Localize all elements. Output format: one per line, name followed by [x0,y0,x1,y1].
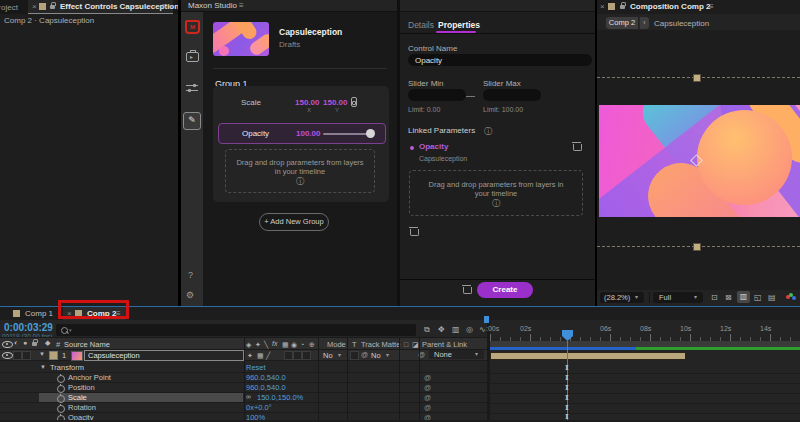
property-pickwhip-icon[interactable]: @ [424,404,431,411]
transparency-grid-icon[interactable]: ⊠ [725,293,732,302]
opacity-param-row[interactable]: Opacity 100.00 [218,123,386,144]
panel-menu-icon[interactable]: ≡ [162,2,167,11]
stopwatch-icon[interactable] [57,405,65,413]
keyframe-marker[interactable]: I [565,363,569,371]
panel-menu-icon[interactable]: ≡ [709,2,714,11]
layer-collapse-icon[interactable]: ✦ [247,351,253,360]
position-label[interactable]: Position [68,383,95,392]
linked-param-name[interactable]: Opacity [419,142,448,151]
controls-icon[interactable] [186,84,198,92]
transform-label[interactable]: Transform [50,363,84,372]
tab-comp-1[interactable]: Comp 1 [5,307,57,320]
layer-name-cell[interactable]: Capsuleception [84,350,244,361]
close-icon[interactable]: × [32,2,37,11]
keyframe-marker[interactable]: I [565,393,569,401]
comp-viewer[interactable] [597,30,800,290]
solo-toggle[interactable] [22,351,31,360]
channel-blue-icon[interactable] [792,296,796,300]
layer-visibility-icon[interactable] [2,352,13,359]
rotation-label[interactable]: Rotation [68,403,96,412]
keyframe-marker[interactable]: I [565,403,569,411]
layer-draft-icon[interactable]: ╱ [266,351,270,360]
preserve-transparency-toggle[interactable] [350,351,359,360]
slider-max-input[interactable] [483,89,541,101]
scale-link-icon[interactable] [351,97,357,107]
resolution-dropdown[interactable]: Full ▾ [653,292,703,303]
linked-dropzone[interactable]: Drag and drop parameters from layers in … [409,170,583,216]
tab-overflow-icon[interactable]: » [168,2,172,11]
current-timecode[interactable]: 0:00:03:29 [4,322,53,333]
scale-label[interactable]: Scale [68,393,87,402]
draft-3d-icon[interactable]: ✥ [438,325,445,334]
info-icon[interactable]: ⓘ [484,126,492,137]
opacity-slider-track[interactable] [323,133,371,135]
comp-breadcrumb[interactable]: Capsuleception [654,19,709,28]
layer-color-swatch[interactable] [49,351,58,360]
position-value[interactable]: 960.0,540.0 [246,383,286,392]
mask-visibility-icon[interactable]: ▥ [737,291,750,303]
track-matte-column-label[interactable]: Track Matte [361,340,400,349]
project-thumbnail[interactable] [213,22,269,56]
linked-param-trash-icon[interactable] [573,144,582,151]
stopwatch-icon[interactable] [57,385,65,393]
tab-project[interactable]: Project [0,3,19,12]
help-icon[interactable]: ? [188,270,193,280]
keyframe-marker[interactable]: I [565,373,569,381]
audio-toggle[interactable] [13,351,22,360]
stopwatch-icon[interactable] [57,395,65,403]
opacity-value[interactable]: 100.00 [296,129,320,138]
comp-nav-collapse-icon[interactable]: ‹ [639,17,649,29]
keyframe-marker[interactable]: I [565,412,569,420]
control-name-input[interactable] [408,54,592,66]
mode-column-label[interactable]: Mode [327,340,346,349]
selection-bottom-handle[interactable] [693,243,701,251]
layer-quality-icon[interactable]: ▦ [257,351,264,360]
parent-link-column-label[interactable]: Parent & Link [422,340,467,349]
slider-min-input[interactable] [408,89,466,101]
projects-icon[interactable]: ▸ [186,52,199,62]
lock-icon[interactable] [620,5,625,9]
source-name-column-label[interactable]: Source Name [64,340,110,349]
editor-tool-selected[interactable]: ✎ [183,112,201,130]
track-matte-dropdown[interactable]: No [371,351,381,360]
selection-top-handle[interactable] [693,74,701,82]
composition-tab-label[interactable]: Composition Comp 2 [630,2,710,11]
graph-editor-icon[interactable]: ∿ [479,325,486,334]
constrain-proportions-icon[interactable]: ∞ [246,393,251,400]
opacity-slider-knob[interactable] [366,129,375,138]
stopwatch-icon[interactable] [57,375,65,383]
matte-pickwhip-icon[interactable]: @ [361,351,368,358]
lock-icon[interactable] [50,5,55,9]
keyframe-marker[interactable]: I [565,383,569,391]
twirl-down-icon[interactable]: ▼ [40,364,46,370]
tab-effect-controls[interactable]: × Effect Controls Capsuleception ≡ [28,0,173,14]
parent-dropdown[interactable]: None ▾ [429,350,484,359]
group-dropzone[interactable]: Drag and drop parameters from layers in … [225,149,375,193]
anchor-point-label[interactable]: Anchor Point [68,373,111,382]
transform-reset-link[interactable]: Reset [246,363,266,372]
tab-properties[interactable]: Properties [438,20,480,30]
search-field[interactable]: ▾ [56,324,416,336]
tab-details[interactable]: Details [408,20,434,30]
maxon-logo-icon[interactable]: M [185,20,200,34]
layer-duration-bar[interactable] [490,352,686,360]
property-pickwhip-icon[interactable]: @ [424,374,431,381]
twirl-down-icon[interactable]: ▼ [39,351,45,357]
layer-switch-2[interactable] [293,351,302,360]
group-trash-icon[interactable] [410,229,419,236]
mode-dropdown[interactable]: No [323,351,333,360]
motion-blur-icon[interactable]: ◎ [466,325,473,334]
layer-switch-1[interactable] [284,351,293,360]
composition-mini-flowchart-icon[interactable]: ⧉ [424,325,430,334]
add-new-group-button[interactable]: + Add New Group [259,213,329,231]
maxon-menu-icon[interactable]: ≡ [239,1,244,10]
footer-trash-icon[interactable] [463,287,472,294]
close-icon[interactable]: × [600,2,605,11]
property-pickwhip-icon[interactable]: @ [424,384,431,391]
scale-value[interactable]: 150.0,150.0% [257,393,303,402]
scale-x-value[interactable]: 150.00 [295,98,319,107]
anchor-point-value[interactable]: 960.0,540.0 [246,373,286,382]
comp-nav-button[interactable]: Comp 2 [606,17,638,29]
settings-gear-icon[interactable]: ⚙ [186,290,194,300]
property-pickwhip-icon[interactable]: @ [424,394,431,401]
